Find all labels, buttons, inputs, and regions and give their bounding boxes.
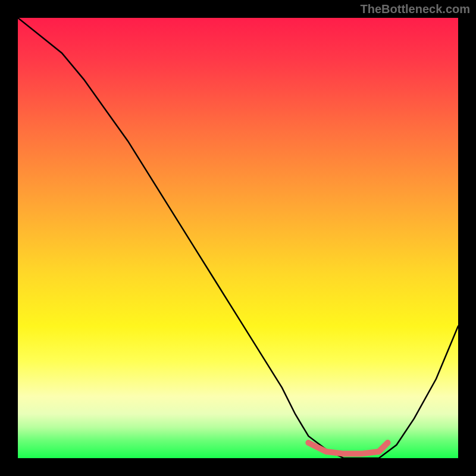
curve-overlay	[18, 18, 458, 458]
chart-container: TheBottleneck.com	[0, 0, 476, 476]
attribution-text: TheBottleneck.com	[361, 2, 470, 16]
plot-area	[18, 18, 458, 458]
bottleneck-curve-path	[18, 18, 458, 458]
